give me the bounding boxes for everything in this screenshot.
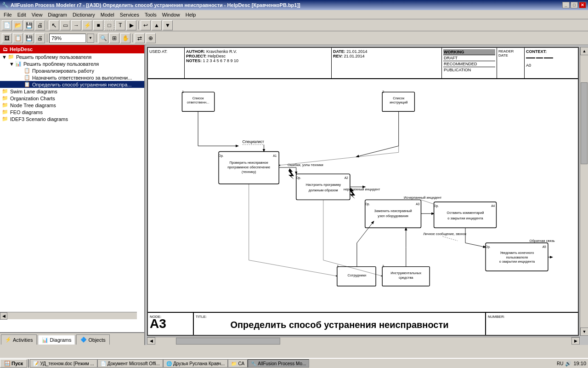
v-scrollbar[interactable]: ▲ ▼ xyxy=(580,47,588,336)
title-bar: 🔧 AllFusion Process Modeler r7 - [(A3D) … xyxy=(0,0,588,10)
task-5-icon: 🔧 xyxy=(251,361,256,366)
zoom-input[interactable]: 79% xyxy=(49,34,86,43)
taskbar-right: RU 🔊 19:10 xyxy=(557,361,588,367)
vscroll-down[interactable]: ▼ xyxy=(580,328,588,336)
task-2[interactable]: 📄 Документ Microsoft Offi... xyxy=(97,359,163,368)
svg-text:2: 2 xyxy=(382,90,384,93)
tree-item-child1[interactable]: ▼ 📊 Решить проблему пользователя xyxy=(0,60,144,67)
h-scrollbar[interactable]: ◀ ▶ xyxy=(147,337,580,345)
tb2-btn3[interactable]: 💾 xyxy=(24,33,34,43)
tree-item-feo[interactable]: 📁 FEO diagrams xyxy=(0,109,144,115)
task-2-label: Документ Microsoft Offi... xyxy=(107,361,160,366)
menu-tools[interactable]: Tools xyxy=(142,11,159,18)
hscroll-right[interactable]: ▶ xyxy=(571,337,580,345)
dashed-rect-tool[interactable]: □ xyxy=(104,20,114,30)
svg-text:1: 1 xyxy=(182,90,184,93)
tree-item-sub2[interactable]: 📋 Назначить ответственного за выполнени.… xyxy=(0,74,144,81)
clock: 19:10 xyxy=(573,361,586,366)
task-3[interactable]: 🌐 Друзья Руслана Кравч... xyxy=(163,359,228,368)
used-at-cell: USED AT: xyxy=(148,48,185,78)
square-tool[interactable]: ■ xyxy=(93,20,103,30)
menu-services[interactable]: Services xyxy=(117,11,142,18)
start-button[interactable]: 🪟 Пуск xyxy=(0,359,27,368)
select-tool[interactable]: ↖ xyxy=(49,20,59,30)
tree-item-root[interactable]: ▼ 📁 Решить проблему пользователя xyxy=(0,53,144,60)
tree-node-icon: 📁 xyxy=(2,102,8,108)
task-1[interactable]: 📝 УД_техном.doc [Режим ... xyxy=(30,359,97,368)
svg-text:Заменить неисправный: Заменить неисправный xyxy=(374,209,412,213)
tree-item-sub1[interactable]: 📋 Проанализировать работу xyxy=(0,67,144,74)
save-button[interactable]: 💾 xyxy=(24,20,34,30)
menu-window[interactable]: Window xyxy=(159,11,183,18)
svg-text:Оp.: Оp. xyxy=(486,245,491,249)
menu-view[interactable]: View xyxy=(29,11,45,18)
menu-dictionary[interactable]: Dictionary xyxy=(70,11,98,18)
maximize-button[interactable]: □ xyxy=(571,2,578,8)
tb2-btn2[interactable]: 📋 xyxy=(13,33,23,43)
date-cell: DATE: 21.01.2014 REV: 21.01.2014 xyxy=(332,48,442,78)
open-button[interactable]: 📂 xyxy=(13,20,23,30)
tree-item-swim[interactable]: 📁 Swim Lane diagrams xyxy=(0,88,144,95)
lightning-tool[interactable]: ⚡ xyxy=(82,20,92,30)
model-check-btn[interactable]: ⊕ xyxy=(146,33,156,43)
arrow-tool[interactable]: → xyxy=(71,20,81,30)
hscroll-thumb[interactable] xyxy=(176,338,280,345)
tb2-btn4[interactable]: 🖨 xyxy=(35,33,45,43)
triangle-down-button[interactable]: ▼ xyxy=(163,20,173,30)
tab-diagrams[interactable]: 📊 Diagrams xyxy=(38,334,75,345)
play-tool[interactable]: ▶ xyxy=(126,20,136,30)
vscroll-thumb[interactable] xyxy=(581,82,588,164)
menu-diagram[interactable]: Diagram xyxy=(45,11,70,18)
toolbar2-sep3 xyxy=(132,34,133,42)
svg-text:A3: A3 xyxy=(416,202,419,206)
menu-edit[interactable]: Edit xyxy=(15,11,29,18)
left-hscroll[interactable]: ◀ xyxy=(0,312,137,319)
svg-marker-24 xyxy=(288,168,294,179)
zoom-fit-btn[interactable]: ⊞ xyxy=(109,33,119,43)
rectangle-tool[interactable]: ▭ xyxy=(60,20,70,30)
fill-up-button[interactable]: ▲ xyxy=(152,20,162,30)
status-cell: WORKING DRAFT RECOMMENDED PUBLICATION xyxy=(442,48,497,78)
hscroll-left[interactable]: ◀ xyxy=(147,337,155,345)
svg-text:о закрытии инцидента: о закрытии инцидента xyxy=(499,259,535,264)
menu-help[interactable]: Help xyxy=(183,11,199,18)
zoom-hand-btn[interactable]: ✋ xyxy=(120,33,130,43)
title-controls[interactable]: _ □ ✕ xyxy=(562,2,586,8)
tree-item-idef3[interactable]: 📁 IDEF3 Scenario diagrams xyxy=(0,115,144,122)
diagram-switch-btn[interactable]: ⇄ xyxy=(135,33,145,43)
svg-text:Оp.: Оp. xyxy=(219,154,224,158)
minimize-button[interactable]: _ xyxy=(562,2,570,8)
tab-activities[interactable]: ⚡ Activities xyxy=(1,334,37,345)
zoom-dropdown-btn[interactable]: ▼ xyxy=(87,34,94,43)
left-hscroll-left[interactable]: ◀ xyxy=(0,312,7,320)
task-1-label: УД_техном.doc [Режим ... xyxy=(40,361,94,366)
new-button[interactable]: 📄 xyxy=(2,20,12,30)
menu-model[interactable]: Model xyxy=(98,11,117,18)
text-tool[interactable]: T xyxy=(115,20,125,30)
svg-text:Ошибки, узлы техники: Ошибки, узлы техники xyxy=(288,163,323,167)
tree-org-icon: 📁 xyxy=(2,95,8,101)
tree-header-icon: 🗂 xyxy=(3,46,8,52)
tb2-btn1[interactable]: 🖼 xyxy=(2,33,12,43)
tree-folder-icon: 📁 xyxy=(8,54,14,60)
tree-item-sub3[interactable]: 📋 Определить способ устранения неиспра..… xyxy=(0,81,144,88)
undo-button[interactable]: ↩ xyxy=(141,20,151,30)
svg-text:Личное сообщение, звонок: Личное сообщение, звонок xyxy=(423,232,467,236)
tree-item-label3: Проанализировать работу xyxy=(32,68,94,74)
task-5[interactable]: 🔧 AllFusion Process Mo... xyxy=(248,359,309,368)
close-button[interactable]: ✕ xyxy=(579,2,586,8)
task-4[interactable]: 📁 CA xyxy=(228,359,248,368)
tree-item-org[interactable]: 📁 Organization Charts xyxy=(0,95,144,102)
print-button[interactable]: 🖨 xyxy=(35,20,45,30)
tree-item-node[interactable]: 📁 Node Tree diagrams xyxy=(0,102,144,109)
menu-file[interactable]: File xyxy=(1,11,15,18)
objects-icon: 🔷 xyxy=(80,337,87,343)
svg-text:Обратная связь: Обратная связь xyxy=(530,239,555,243)
vscroll-up[interactable]: ▲ xyxy=(580,47,588,55)
toolbar2-sep2 xyxy=(96,34,96,42)
svg-line-11 xyxy=(356,146,399,156)
zoom-in-btn[interactable]: 🔍 xyxy=(98,33,108,43)
task-2-icon: 📄 xyxy=(101,361,106,366)
tab-objects[interactable]: 🔷 Objects xyxy=(76,334,109,345)
svg-text:о закрытии инцидента: о закрытии инцидента xyxy=(447,216,483,220)
